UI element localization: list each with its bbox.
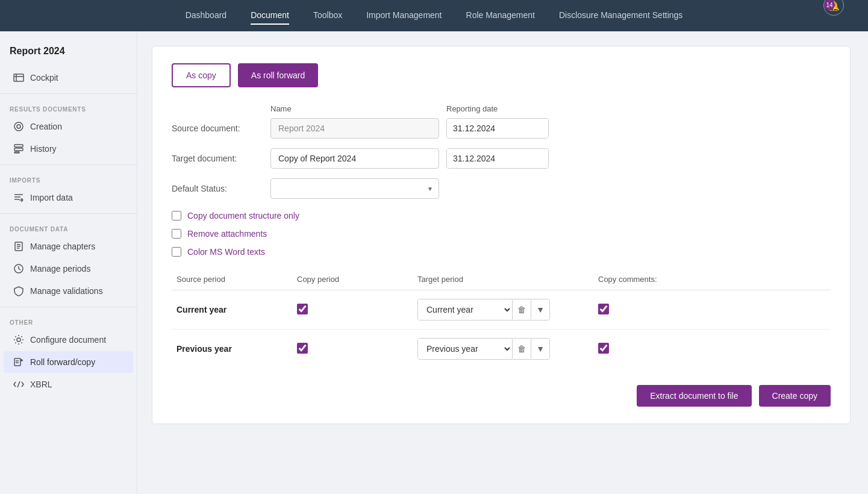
validations-icon [13, 286, 24, 296]
sidebar-divider-1 [0, 93, 137, 94]
main-layout: Report 2024 Cockpit RESULTS DOCUMENTS Cr… [0, 31, 868, 494]
previous-year-dropdown-button[interactable]: ▼ [531, 339, 549, 358]
sidebar-creation-label: Creation [30, 122, 62, 131]
remove-attachments-checkbox[interactable] [172, 229, 181, 239]
previous-year-target-period-select[interactable]: Previous year Current year [418, 339, 512, 359]
source-document-row: Source document: 📅 [172, 118, 831, 139]
color-msword-checkbox[interactable] [172, 247, 181, 257]
sidebar-item-import-data[interactable]: Import data [4, 187, 133, 208]
top-navigation: Dashboard Document Toolbox Import Manage… [0, 0, 868, 31]
sidebar-item-manage-chapters[interactable]: Manage chapters [4, 236, 133, 257]
sidebar-divider-4 [0, 307, 137, 307]
section-document-data: DOCUMENT DATA [0, 219, 137, 235]
period-table-header-row: Source period Copy period Target period … [172, 271, 831, 290]
target-document-date-group: 📅 [446, 148, 549, 169]
svg-rect-0 [14, 74, 23, 81]
sidebar-item-manage-periods[interactable]: Manage periods [4, 258, 133, 280]
target-document-name-input[interactable] [270, 148, 439, 169]
current-year-copy-period-cell [292, 290, 413, 330]
source-period-header: Source period [172, 271, 292, 290]
create-copy-button[interactable]: Create copy [759, 385, 831, 407]
previous-year-source-period: Previous year [172, 330, 292, 369]
target-document-label: Target document: [172, 154, 256, 163]
trash-icon-2: 🗑 [517, 344, 526, 354]
sidebar-item-roll-forward[interactable]: Roll forward/copy [4, 351, 133, 373]
previous-year-target-select-group: Previous year Current year 🗑 ▼ [417, 338, 550, 360]
name-column-header: Name [270, 104, 439, 113]
previous-year-target-period-cell: Previous year Current year 🗑 ▼ [413, 330, 593, 369]
current-year-copy-period-checkbox[interactable] [297, 304, 308, 314]
current-year-copy-comments-checkbox[interactable] [598, 304, 609, 314]
remove-attachments-checkbox-item[interactable]: Remove attachments [172, 229, 831, 239]
source-document-name-input[interactable] [270, 118, 439, 139]
remove-attachments-label: Remove attachments [187, 229, 267, 239]
target-document-row: Target document: 📅 [172, 148, 831, 169]
main-content: As copy As roll forward Name Reporting d… [137, 31, 868, 494]
target-document-date-input[interactable] [447, 149, 549, 168]
sidebar-item-manage-validations[interactable]: Manage validations [4, 280, 133, 302]
trash-icon: 🗑 [517, 305, 526, 314]
default-status-row: Default Status: [172, 178, 831, 199]
periods-icon [13, 263, 24, 274]
sidebar-divider-2 [0, 164, 137, 165]
default-status-select-wrapper [270, 178, 439, 199]
table-row: Previous year Previous year Current year [172, 330, 831, 369]
nav-dashboard[interactable]: Dashboard [186, 7, 227, 25]
cockpit-icon [13, 72, 24, 83]
chevron-down-icon: ▼ [536, 305, 545, 314]
current-year-target-select-group: Current year Previous year 🗑 ▼ [417, 299, 550, 320]
copy-structure-label: Copy document structure only [187, 211, 299, 220]
import-icon [13, 192, 24, 203]
extract-document-button[interactable]: Extract document to file [637, 385, 751, 407]
nav-import-management[interactable]: Import Management [366, 7, 442, 25]
reporting-date-column-header: Reporting date [446, 104, 549, 113]
chevron-down-icon-2: ▼ [536, 344, 545, 354]
copy-structure-checkbox[interactable] [172, 211, 181, 220]
sidebar-item-xbrl[interactable]: XBRL [4, 374, 133, 395]
nav-disclosure-settings[interactable]: Disclosure Management Settings [559, 7, 682, 25]
svg-rect-18 [14, 358, 20, 366]
copy-period-header: Copy period [292, 271, 413, 290]
current-year-copy-comments-cell [593, 290, 831, 330]
previous-year-delete-button[interactable]: 🗑 [512, 339, 531, 358]
copy-structure-checkbox-item[interactable]: Copy document structure only [172, 211, 831, 220]
default-status-label: Default Status: [172, 184, 256, 193]
previous-year-copy-comments-checkbox[interactable] [598, 343, 609, 354]
notification-button[interactable]: 🔔 14 [823, 0, 844, 16]
section-other: OTHER [0, 312, 137, 328]
table-row: Current year Current year Previous year [172, 290, 831, 330]
sidebar-item-history[interactable]: History [4, 138, 133, 160]
copy-type-buttons: As copy As roll forward [172, 63, 831, 87]
bottom-actions: Extract document to file Create copy [172, 385, 831, 407]
current-year-target-period-select[interactable]: Current year Previous year [418, 299, 512, 320]
as-copy-button[interactable]: As copy [172, 63, 231, 87]
current-year-target-period-cell: Current year Previous year 🗑 ▼ [413, 290, 593, 330]
sidebar-validations-label: Manage validations [30, 286, 103, 296]
source-document-date-input[interactable] [447, 119, 549, 138]
as-roll-forward-button[interactable]: As roll forward [238, 63, 318, 87]
section-imports: IMPORTS [0, 170, 137, 186]
svg-point-3 [14, 122, 23, 131]
default-status-select[interactable] [270, 178, 439, 199]
sidebar-item-configure-document[interactable]: Configure document [4, 329, 133, 351]
target-period-header: Target period [413, 271, 593, 290]
source-document-label: Source document: [172, 124, 256, 133]
previous-year-copy-period-checkbox[interactable] [297, 343, 308, 354]
nav-document[interactable]: Document [251, 7, 289, 25]
current-year-source-period: Current year [172, 290, 292, 330]
section-results-docs: RESULTS DOCUMENTS [0, 99, 137, 115]
sidebar-configure-label: Configure document [30, 335, 106, 345]
sidebar-xbrl-label: XBRL [30, 380, 52, 389]
creation-icon [13, 121, 24, 132]
color-msword-checkbox-item[interactable]: Color MS Word texts [172, 247, 831, 257]
copy-comments-header: Copy comments: [593, 271, 831, 290]
current-year-delete-button[interactable]: 🗑 [512, 300, 531, 319]
svg-point-4 [17, 125, 20, 128]
sidebar-item-creation[interactable]: Creation [4, 116, 133, 137]
svg-point-17 [17, 338, 20, 342]
sidebar-periods-label: Manage periods [30, 264, 90, 274]
nav-role-management[interactable]: Role Management [466, 7, 535, 25]
current-year-dropdown-button[interactable]: ▼ [531, 300, 549, 319]
sidebar-item-cockpit[interactable]: Cockpit [4, 67, 133, 89]
nav-toolbox[interactable]: Toolbox [313, 7, 342, 25]
